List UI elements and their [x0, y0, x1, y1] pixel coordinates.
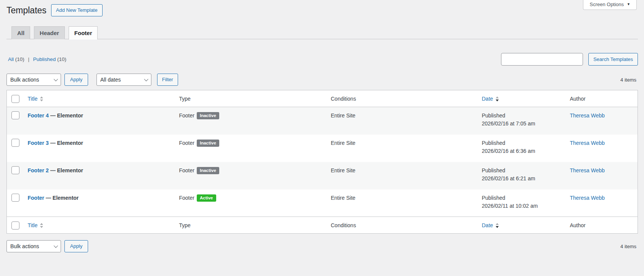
type-label: Footer — [179, 140, 194, 146]
type-label: Footer — [179, 112, 194, 119]
status-filter-links: All (10) | Published (10) — [6, 56, 66, 62]
post-state: — Elementor — [50, 167, 83, 173]
search-input[interactable] — [501, 53, 583, 66]
publish-date: 2026/02/16 at 7:05 am — [482, 120, 562, 128]
publish-date: 2026/02/16 at 6:36 am — [482, 147, 562, 155]
publish-status: Published — [482, 194, 562, 202]
column-author: Author — [566, 217, 638, 234]
column-title-sort[interactable]: Title — [28, 96, 43, 102]
template-title-link[interactable]: Footer 4 — [28, 112, 49, 119]
filter-button[interactable]: Filter — [157, 74, 178, 86]
conditions-value: Entire Site — [327, 107, 478, 135]
template-title-link[interactable]: Footer 2 — [28, 167, 49, 173]
tab-header[interactable]: Header — [34, 26, 65, 39]
add-new-template-button[interactable]: Add New Template — [51, 4, 103, 16]
items-count: 4 items — [620, 77, 638, 83]
post-state: — Elementor — [46, 195, 79, 201]
table-row: Footer 3 — Elementor FooterInactive Enti… — [7, 135, 638, 162]
author-link[interactable]: Theresa Webb — [570, 195, 605, 201]
publish-status: Published — [482, 167, 562, 175]
tab-footer[interactable]: Footer — [69, 26, 98, 40]
table-row: Footer — Elementor FooterActive Entire S… — [7, 189, 638, 217]
status-badge: Active — [197, 194, 216, 202]
items-count: 4 items — [620, 244, 638, 249]
filter-separator: | — [28, 56, 30, 62]
sort-desc-icon — [496, 223, 499, 228]
column-title-sort[interactable]: Title — [28, 222, 43, 228]
apply-button[interactable]: Apply — [64, 74, 88, 86]
conditions-value: Entire Site — [327, 189, 478, 217]
column-type: Type — [175, 90, 327, 107]
column-author: Author — [566, 90, 638, 107]
filter-link-all[interactable]: All (10) — [8, 56, 26, 62]
column-conditions: Conditions — [327, 217, 478, 234]
column-date-sort[interactable]: Date — [482, 96, 499, 102]
chevron-down-icon — [54, 244, 58, 248]
top-toolbar: Bulk actions Apply All dates Filter 4 it… — [6, 74, 638, 86]
apply-button[interactable]: Apply — [64, 240, 88, 252]
post-state: — Elementor — [50, 140, 83, 146]
chevron-down-icon — [54, 77, 58, 81]
dates-filter-value: All dates — [100, 77, 121, 83]
page-header: Templates Add New Template — [6, 4, 638, 17]
publish-status: Published — [482, 139, 562, 147]
bulk-actions-value: Bulk actions — [10, 243, 39, 249]
publish-date: 2026/02/16 at 6:21 am — [482, 175, 562, 183]
bulk-actions-select[interactable]: Bulk actions — [6, 240, 61, 252]
column-type: Type — [175, 217, 327, 234]
type-label: Footer — [179, 167, 194, 173]
conditions-value: Entire Site — [327, 135, 478, 162]
screen-options-button[interactable]: Screen Options ▼ — [583, 0, 637, 10]
status-badge: Inactive — [197, 167, 219, 174]
template-title-link[interactable]: Footer 3 — [28, 140, 49, 146]
conditions-value: Entire Site — [327, 162, 478, 189]
type-label: Footer — [179, 195, 194, 201]
status-badge: Inactive — [197, 140, 219, 147]
publish-status: Published — [482, 112, 562, 120]
dates-filter-select[interactable]: All dates — [96, 74, 151, 86]
caret-down-icon: ▼ — [627, 3, 630, 6]
page-title: Templates — [6, 4, 47, 17]
chevron-down-icon — [144, 77, 148, 81]
tab-all[interactable]: All — [11, 26, 30, 39]
table-footer: Title Type Conditions Date Author — [7, 217, 638, 234]
post-state: — Elementor — [50, 112, 83, 119]
row-checkbox[interactable] — [11, 139, 19, 147]
filter-published-link[interactable]: Published — [33, 56, 56, 62]
bottom-toolbar: Bulk actions Apply 4 items — [6, 240, 638, 252]
bulk-actions-value: Bulk actions — [10, 77, 39, 83]
select-all-checkbox[interactable] — [11, 221, 19, 229]
template-title-link[interactable]: Footer — [28, 195, 45, 201]
column-conditions: Conditions — [327, 90, 478, 107]
filter-link-published[interactable]: Published (10) — [32, 56, 66, 62]
sort-icon — [40, 223, 43, 228]
templates-page: Screen Options ▼ Templates Add New Templ… — [0, 0, 644, 252]
table-row: Footer 4 — Elementor FooterInactive Enti… — [7, 107, 638, 135]
filter-all-count: (10) — [15, 56, 24, 62]
filter-published-count: (10) — [57, 56, 66, 62]
filter-all-link[interactable]: All — [8, 56, 14, 62]
table-header: Title Type Conditions Date Author — [7, 90, 638, 107]
author-link[interactable]: Theresa Webb — [570, 140, 605, 146]
screen-options-label: Screen Options — [589, 2, 624, 7]
row-checkbox[interactable] — [11, 111, 19, 119]
select-all-checkbox[interactable] — [11, 95, 19, 103]
search-templates-button[interactable]: Search Templates — [588, 53, 638, 66]
column-date-sort[interactable]: Date — [482, 222, 499, 228]
status-badge: Inactive — [197, 112, 219, 119]
filter-search-row: All (10) | Published (10) Search Templat… — [6, 53, 638, 66]
templates-table: Title Type Conditions Date Author Footer… — [6, 90, 638, 234]
bulk-actions-select[interactable]: Bulk actions — [6, 74, 61, 86]
row-checkbox[interactable] — [11, 194, 19, 202]
table-row: Footer 2 — Elementor FooterInactive Enti… — [7, 162, 638, 189]
author-link[interactable]: Theresa Webb — [570, 112, 605, 119]
search-box: Search Templates — [501, 53, 638, 66]
template-type-tabs: All Header Footer — [6, 26, 638, 39]
sort-icon — [40, 96, 43, 101]
row-checkbox[interactable] — [11, 166, 19, 174]
author-link[interactable]: Theresa Webb — [570, 167, 605, 173]
sort-desc-icon — [496, 96, 499, 101]
publish-date: 2026/02/11 at 10:02 am — [482, 202, 562, 210]
